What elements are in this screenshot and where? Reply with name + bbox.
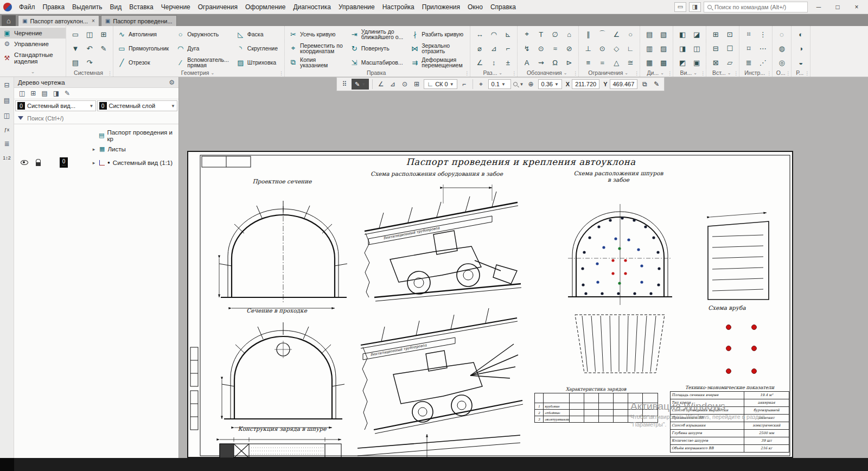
ribbon-icon[interactable]: ↷	[82, 55, 97, 69]
ribbon-icon[interactable]: ▥	[642, 41, 656, 55]
ribbon-icon[interactable]: ◐	[794, 27, 808, 41]
ribbon-icon[interactable]: ▱	[723, 55, 737, 69]
style-button[interactable]: ✎▼	[352, 79, 369, 90]
ribbon-icon[interactable]: ∠	[609, 27, 623, 41]
ribbon-icon[interactable]: ⌖	[520, 27, 534, 41]
ribbon-icon[interactable]: ○	[623, 27, 637, 41]
ribbon-icon[interactable]: ⊿	[487, 41, 501, 55]
ribbon-icon[interactable]: ◌	[775, 27, 789, 41]
menu-item[interactable]: Оформление	[241, 1, 289, 13]
menu-item[interactable]: Диагностика	[289, 1, 335, 13]
ribbon-icon[interactable]: ◫	[690, 41, 704, 55]
ribbon-button[interactable]: ∤Разбить кривую	[409, 27, 468, 41]
ribbon-button[interactable]: ◺Фаска	[234, 27, 282, 41]
show-panels-icon[interactable]: ◨	[689, 2, 701, 12]
ribbon-icon[interactable]: ◇	[609, 41, 623, 55]
ribbon-icon[interactable]: ▤	[642, 27, 656, 41]
ribbon-icon[interactable]: ⊳	[562, 55, 576, 69]
menu-item[interactable]: Правка	[39, 1, 69, 13]
menu-item[interactable]: Справка	[487, 1, 520, 13]
tree-item-document[interactable]: ▤ Паспорт проведения и кр	[14, 129, 178, 142]
ribbon-icon[interactable]: ⋯	[756, 41, 770, 55]
ribbon-button[interactable]: ↻Повернуть	[348, 41, 407, 55]
menu-item[interactable]: Окно	[464, 1, 487, 13]
ribbon-icon[interactable]: ↯	[520, 41, 534, 55]
ribbon-group-label[interactable]: Вст...⌄	[706, 69, 739, 77]
coordinate-system-dropdown[interactable]: ∟ СК 0▼	[424, 79, 457, 89]
ribbon-group-label[interactable]: Ди...⌄	[640, 69, 673, 77]
ribbon-group-label[interactable]: Инстр...	[739, 69, 772, 77]
ribbon-icon[interactable]: ◍	[775, 41, 789, 55]
ribbon-icon[interactable]: ⌀	[473, 41, 487, 55]
ribbon-icon[interactable]: ≈	[548, 41, 562, 55]
minimize-button[interactable]: ─	[810, 2, 827, 12]
ribbon-icon[interactable]: ◎	[775, 55, 789, 69]
close-button[interactable]: ×	[848, 2, 865, 12]
ribbon-icon[interactable]: ☐	[723, 41, 737, 55]
mode-item[interactable]: ⚒Стандартные изделия	[0, 49, 66, 67]
command-search[interactable]	[704, 2, 808, 12]
ribbon-button[interactable]: ⇉Деформация перемещением	[409, 55, 468, 69]
gear-icon[interactable]: ⚙	[169, 79, 175, 86]
ribbon-icon[interactable]: ▣	[690, 55, 704, 69]
ribbon-icon[interactable]: ◑	[794, 41, 808, 55]
current-view-dropdown[interactable]: 0 Системный вид... ▼	[15, 100, 96, 111]
tree-search[interactable]	[14, 112, 178, 124]
ribbon-group-label[interactable]: Р...	[792, 69, 810, 77]
layers-panel-icon[interactable]: ◫	[2, 112, 12, 119]
point-snap-icon[interactable]: ⊙	[400, 80, 410, 88]
ribbon-group-label[interactable]: Правка	[285, 69, 470, 77]
copy-properties-icon[interactable]: ⧉	[640, 80, 649, 88]
ribbon-icon[interactable]: ⇝	[534, 55, 548, 69]
ribbon-icon[interactable]: =	[595, 55, 609, 69]
ribbon-icon[interactable]: ◨	[675, 41, 690, 55]
view-switch-icon[interactable]: 1↕2	[2, 155, 12, 161]
ribbon-button[interactable]: ✂Усечь кривую	[287, 27, 347, 41]
layer-number-badge[interactable]: 0	[60, 157, 68, 168]
ribbon-group-label[interactable]: Обозначения⌄	[518, 69, 578, 77]
menu-item[interactable]: Файл	[15, 1, 39, 13]
ribbon-icon[interactable]: ◠	[487, 27, 501, 41]
menu-item[interactable]: Вид	[106, 1, 125, 13]
current-layer-dropdown[interactable]: 0 Системный слой ▼	[97, 100, 178, 111]
tree-panel-icon[interactable]: ⊟	[2, 81, 12, 89]
ribbon-button[interactable]: ⇲Масштабиров...	[348, 55, 407, 69]
ribbon-icon[interactable]: ⌂	[562, 27, 576, 41]
lock-icon[interactable]	[36, 162, 41, 166]
ribbon-icon[interactable]: ▦	[642, 55, 656, 69]
menu-item[interactable]: Управление	[335, 1, 379, 13]
ribbon-icon[interactable]: T	[534, 27, 548, 41]
collapse-ribbon-icon[interactable]: ⌄	[0, 69, 66, 77]
command-search-input[interactable]	[714, 4, 804, 10]
tree-item-system-view[interactable]: 0 ▸ ● Системный вид (1:1)	[14, 156, 178, 169]
document-tab[interactable]: ▣Паспорт автоуклон...×	[18, 15, 99, 26]
ribbon-icon[interactable]: ↕	[487, 55, 501, 69]
edit-pencil-icon[interactable]: ✎	[652, 80, 661, 88]
ribbon-icon[interactable]: ◩	[675, 55, 690, 69]
ribbon-icon[interactable]: ≣	[742, 55, 756, 69]
ribbon-icon[interactable]: ↶	[82, 41, 97, 55]
ribbon-button[interactable]: ▭Прямоугольник	[116, 41, 173, 55]
ribbon-icon[interactable]: ▧	[656, 27, 671, 41]
tree-tool-icon-1[interactable]: ⊞	[30, 90, 36, 97]
menu-item[interactable]: Вставка	[125, 1, 157, 13]
ribbon-icon[interactable]: ∥	[581, 27, 595, 41]
ribbon-button[interactable]: ⌖Переместить по координатам	[287, 41, 347, 55]
cursor-step-field[interactable]: 0.1▼	[488, 79, 511, 89]
menu-item[interactable]: Черчение	[157, 1, 194, 13]
ribbon-icon[interactable]: ±	[501, 55, 515, 69]
ribbon-group-label[interactable]: Системная	[66, 69, 113, 77]
ribbon-icon[interactable]: ⊙	[534, 41, 548, 55]
zoom-plus-icon[interactable]: ⊕	[526, 80, 536, 88]
cursor-icon[interactable]: ⌖	[476, 80, 486, 88]
tree-search-input[interactable]	[27, 115, 175, 122]
tab-close-icon[interactable]: ×	[92, 18, 95, 24]
menu-item[interactable]: Выделить	[68, 1, 106, 13]
ribbon-button[interactable]: ∕Вспомогатель... прямая	[174, 55, 233, 69]
ribbon-icon[interactable]: ∅	[548, 27, 562, 41]
ribbon-group-label[interactable]: Ви...⌄	[673, 69, 706, 77]
tree-tool-icon-2[interactable]: ▤	[41, 90, 47, 97]
grid-icon[interactable]: ⊞	[412, 80, 422, 88]
ribbon-icon[interactable]: ▼	[68, 41, 82, 55]
tree-item-sheets[interactable]: ▸ ▦ Листы	[14, 142, 178, 156]
